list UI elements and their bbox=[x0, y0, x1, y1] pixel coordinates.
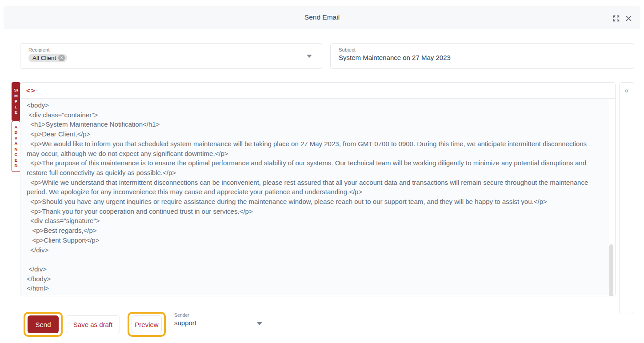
sender-value: support bbox=[174, 319, 266, 327]
dropdown-arrow-icon bbox=[257, 322, 262, 325]
page-title: Send Email bbox=[4, 13, 640, 21]
save-as-draft-button[interactable]: Save as draft bbox=[66, 315, 120, 333]
recipient-chip-label: All Client bbox=[32, 55, 56, 61]
tab-simple[interactable]: SIMPLE bbox=[12, 82, 20, 121]
expand-panel-icon[interactable]: « bbox=[620, 86, 634, 95]
send-email-dialog: Send Email Recipient All Client ✕ bbox=[0, 0, 644, 343]
subject-field[interactable]: Subject System Maintenance on 27 May 202… bbox=[330, 43, 634, 69]
dialog-header: Send Email bbox=[4, 6, 640, 29]
recipient-label: Recipient bbox=[28, 47, 315, 52]
email-body-editor: <> <body> <div class="container"> <h1>Sy… bbox=[20, 82, 616, 296]
editor-toolbar: <> bbox=[20, 83, 615, 99]
code-editor-content[interactable]: <body> <div class="container"> <h1>Syste… bbox=[21, 99, 615, 295]
sender-label: Sender bbox=[174, 312, 266, 318]
tab-advanced-label: ADVANCED bbox=[14, 124, 18, 169]
chip-remove-icon[interactable]: ✕ bbox=[58, 55, 65, 61]
subject-label: Subject bbox=[339, 47, 627, 52]
tab-advanced[interactable]: ADVANCED bbox=[12, 121, 20, 172]
sender-select[interactable]: Sender support bbox=[174, 312, 266, 333]
subject-value[interactable]: System Maintenance on 27 May 2023 bbox=[339, 54, 627, 61]
recipient-chip: All Client ✕ bbox=[28, 54, 67, 62]
preview-button[interactable]: Preview bbox=[132, 315, 162, 333]
close-icon[interactable] bbox=[624, 14, 632, 22]
editor-scrollbar-thumb[interactable] bbox=[609, 244, 613, 296]
code-view-icon[interactable]: <> bbox=[26, 87, 36, 94]
send-button[interactable]: Send bbox=[28, 315, 59, 333]
tab-simple-label: SIMPLE bbox=[14, 88, 18, 116]
chevron-down-icon bbox=[307, 55, 312, 58]
recipient-select[interactable]: Recipient All Client ✕ bbox=[20, 43, 322, 69]
editor-mode-tabs: SIMPLE ADVANCED bbox=[12, 82, 20, 172]
editor-scrollbar-track bbox=[609, 99, 615, 295]
fullscreen-icon[interactable] bbox=[612, 14, 620, 22]
collapsed-side-panel: « bbox=[619, 82, 634, 314]
